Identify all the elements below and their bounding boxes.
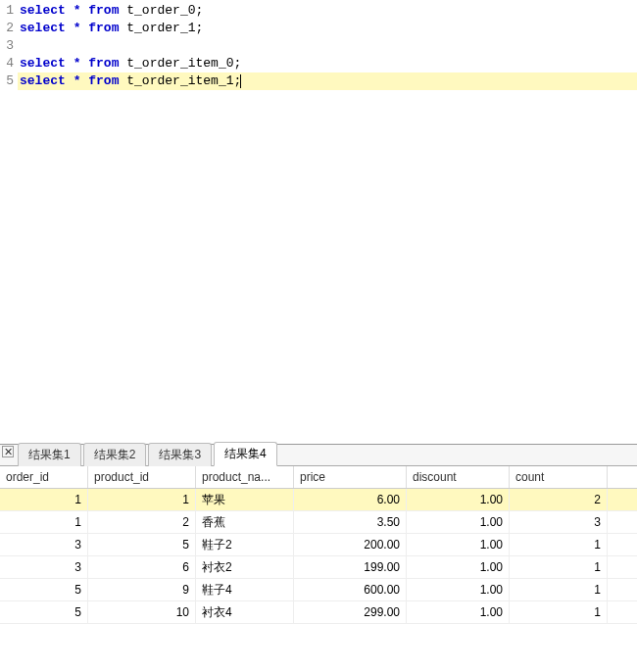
table-cell[interactable]: 200.00 bbox=[294, 534, 407, 555]
table-cell[interactable]: 299.00 bbox=[294, 601, 407, 623]
line-number: 1 bbox=[0, 2, 16, 20]
column-header[interactable]: product_na... bbox=[196, 466, 294, 488]
table-cell[interactable]: 1 bbox=[0, 489, 88, 510]
table-cell[interactable]: 鞋子2 bbox=[196, 534, 294, 555]
table-cell[interactable]: 9 bbox=[88, 579, 196, 600]
table-cell[interactable]: 1.00 bbox=[407, 579, 510, 600]
table-cell[interactable]: 5 bbox=[88, 534, 196, 555]
table-cell[interactable]: 衬衣2 bbox=[196, 556, 294, 578]
result-tab[interactable]: 结果集3 bbox=[148, 443, 212, 466]
table-row[interactable]: 35鞋子2200.001.001 bbox=[0, 534, 637, 556]
table-cell[interactable]: 6.00 bbox=[294, 489, 407, 510]
text-cursor bbox=[240, 74, 241, 88]
table-cell[interactable]: 1 bbox=[0, 511, 88, 533]
table-cell[interactable]: 1.00 bbox=[407, 511, 510, 533]
table-cell[interactable]: 600.00 bbox=[294, 579, 407, 600]
column-header[interactable]: order_id bbox=[0, 466, 88, 488]
line-number: 5 bbox=[0, 72, 16, 90]
code-line[interactable]: select * from t_order_0; bbox=[18, 2, 637, 20]
code-line[interactable]: select * from t_order_1; bbox=[18, 20, 637, 37]
table-cell[interactable]: 鞋子4 bbox=[196, 579, 294, 600]
table-cell[interactable]: 香蕉 bbox=[196, 511, 294, 533]
results-pane: ✕ 结果集1结果集2结果集3结果集4 order_idproduct_idpro… bbox=[0, 444, 637, 672]
table-row[interactable]: 11苹果6.001.002 bbox=[0, 489, 637, 511]
table-cell[interactable]: 衬衣4 bbox=[196, 601, 294, 623]
table-cell[interactable]: 10 bbox=[88, 601, 196, 623]
table-cell[interactable]: 3 bbox=[510, 511, 608, 533]
table-row[interactable]: 510衬衣4299.001.001 bbox=[0, 601, 637, 624]
column-header[interactable]: count bbox=[510, 466, 608, 488]
table-cell[interactable]: 2 bbox=[88, 511, 196, 533]
table-cell[interactable]: 3 bbox=[0, 534, 88, 555]
table-cell[interactable]: 1 bbox=[510, 556, 608, 578]
table-cell[interactable]: 2 bbox=[510, 489, 608, 510]
table-cell[interactable]: 6 bbox=[88, 556, 196, 578]
table-cell[interactable]: 1 bbox=[88, 489, 196, 510]
result-grid[interactable]: order_idproduct_idproduct_na...pricedisc… bbox=[0, 466, 637, 672]
result-tab[interactable]: 结果集4 bbox=[214, 442, 277, 466]
column-header[interactable]: discount bbox=[407, 466, 510, 488]
table-cell[interactable]: 1.00 bbox=[407, 534, 510, 555]
table-cell[interactable]: 3.50 bbox=[294, 511, 407, 533]
code-line[interactable] bbox=[18, 37, 637, 55]
table-cell[interactable]: 199.00 bbox=[294, 556, 407, 578]
close-icon[interactable]: ✕ bbox=[2, 446, 14, 457]
table-cell[interactable]: 1.00 bbox=[407, 556, 510, 578]
table-cell[interactable]: 3 bbox=[0, 556, 88, 578]
line-number: 4 bbox=[0, 55, 16, 72]
result-tab[interactable]: 结果集1 bbox=[18, 443, 81, 466]
result-tabs: 结果集1结果集2结果集3结果集4 bbox=[0, 445, 637, 466]
table-cell[interactable]: 苹果 bbox=[196, 489, 294, 510]
column-header[interactable]: price bbox=[294, 466, 407, 488]
table-cell[interactable]: 1.00 bbox=[407, 489, 510, 510]
table-cell[interactable]: 1 bbox=[510, 601, 608, 623]
table-row[interactable]: 59鞋子4600.001.001 bbox=[0, 579, 637, 601]
sql-editor[interactable]: 12345 select * from t_order_0;select * f… bbox=[0, 0, 637, 444]
table-cell[interactable]: 1.00 bbox=[407, 601, 510, 623]
line-number-gutter: 12345 bbox=[0, 0, 16, 90]
table-cell[interactable]: 5 bbox=[0, 579, 88, 600]
table-header-row: order_idproduct_idproduct_na...pricedisc… bbox=[0, 466, 637, 489]
table-row[interactable]: 12香蕉3.501.003 bbox=[0, 511, 637, 534]
line-number: 3 bbox=[0, 37, 16, 55]
code-line[interactable]: select * from t_order_item_0; bbox=[18, 55, 637, 72]
column-header[interactable]: product_id bbox=[88, 466, 196, 488]
table-cell[interactable]: 1 bbox=[510, 534, 608, 555]
code-area[interactable]: select * from t_order_0;select * from t_… bbox=[18, 0, 637, 90]
result-tab[interactable]: 结果集2 bbox=[83, 443, 147, 466]
code-line[interactable]: select * from t_order_item_1; bbox=[18, 72, 637, 90]
table-row[interactable]: 36衬衣2199.001.001 bbox=[0, 556, 637, 579]
table-cell[interactable]: 1 bbox=[510, 579, 608, 600]
line-number: 2 bbox=[0, 20, 16, 37]
table-cell[interactable]: 5 bbox=[0, 601, 88, 623]
